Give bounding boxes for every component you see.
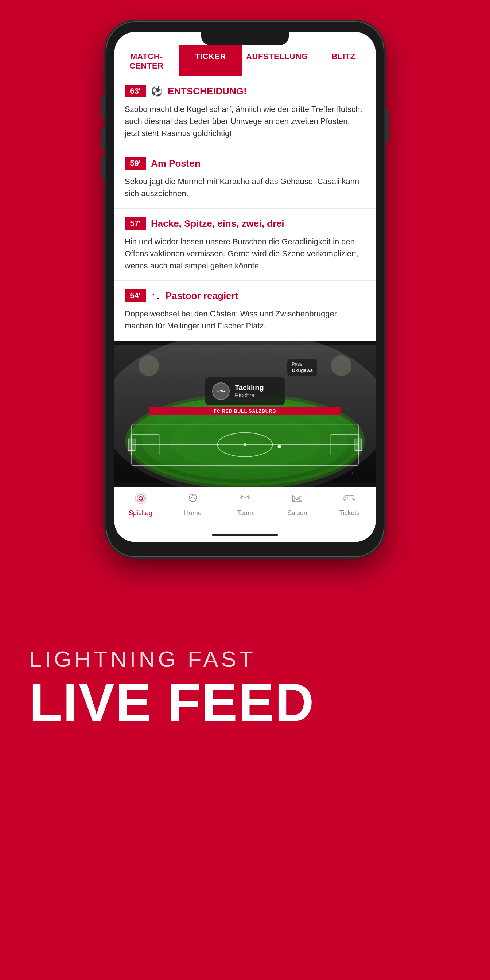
marketing-title: LIVE FEED — [29, 676, 461, 730]
ticker-body-59: Sekou jagt die Murmel mit Karacho auf da… — [125, 175, 365, 199]
ticket-icon — [343, 492, 355, 507]
svg-text:⌟: ⌟ — [135, 469, 138, 475]
svg-text:FC RED BULL SALZBURG: FC RED BULL SALZBURG — [214, 409, 276, 414]
ticker-content: 63' ⚽ ENTSCHEIDUNG! Szobo macht die Kuge… — [115, 76, 375, 542]
nav-tabs: MATCH-CENTER TICKER AUFSTELLUNG BLITZ — [115, 45, 375, 76]
svg-rect-32 — [300, 496, 302, 501]
ticker-body-63: Szobo macht die Kugel scharf, ähnlich wi… — [125, 103, 365, 139]
nav-item-team[interactable]: Team — [219, 492, 271, 517]
marketing-section: LIGHTNING FAST LIVE FEED — [0, 556, 490, 811]
action-player-label: Fischer — [235, 392, 264, 399]
nav-item-spieltag[interactable]: Spieltag — [115, 492, 167, 517]
ticker-title-54: Pastoor reagiert — [165, 290, 238, 302]
svg-point-19 — [331, 355, 352, 376]
phone-wrapper: MATCH-CENTER TICKER AUFSTELLUNG BLITZ 63… — [0, 0, 490, 556]
phone-screen: MATCH-CENTER TICKER AUFSTELLUNG BLITZ 63… — [115, 32, 375, 542]
team-badge: SCRA — [212, 382, 230, 400]
ticker-icon-63: ⚽ — [151, 86, 162, 97]
ticker-entry-57: 57' Hacke, Spitze, eins, zwei, drei Hin … — [115, 208, 375, 281]
stadium-visualization: FC RED BULL SALZBURG ⌞ ⌟ PassOkugawa — [115, 341, 375, 487]
nav-label-spieltag: Spieltag — [129, 509, 153, 517]
ticker-title-57: Hacke, Spitze, eins, zwei, drei — [151, 218, 285, 229]
tab-match-center[interactable]: MATCH-CENTER — [115, 45, 179, 76]
pass-overlay-label: PassOkugawa — [287, 359, 317, 376]
nav-item-saison[interactable]: Saison — [271, 492, 323, 517]
svg-point-23 — [139, 496, 143, 500]
svg-point-34 — [343, 497, 346, 500]
minute-badge-54: 54' — [125, 290, 146, 302]
nav-item-tickets[interactable]: Tickets — [323, 492, 375, 517]
ticker-header-54: 54' ↑↓ Pastoor reagiert — [125, 290, 365, 302]
nav-label-tickets: Tickets — [339, 509, 360, 517]
bottom-nav: Spieltag Home — [115, 487, 375, 526]
tab-aufstellung[interactable]: AUFSTELLUNG — [242, 45, 311, 76]
nav-label-saison: Saison — [287, 509, 307, 517]
minute-badge-59: 59' — [125, 157, 146, 170]
nav-item-home[interactable]: Home — [167, 492, 219, 517]
ticker-header-63: 63' ⚽ ENTSCHEIDUNG! — [125, 85, 365, 97]
phone-notch — [201, 32, 289, 45]
ticker-title-63: ENTSCHEIDUNG! — [168, 86, 247, 97]
svg-point-27 — [192, 495, 194, 496]
svg-point-35 — [353, 497, 355, 500]
phone-device: MATCH-CENTER TICKER AUFSTELLUNG BLITZ 63… — [107, 22, 383, 556]
pitch-svg: FC RED BULL SALZBURG ⌞ ⌟ — [115, 341, 375, 487]
svg-point-20 — [278, 445, 281, 448]
action-info: Tackling Fischer — [235, 383, 264, 399]
action-card: SCRA Tackling Fischer — [205, 377, 285, 405]
home-indicator — [212, 534, 278, 536]
ticker-body-57: Hin und wieder lassen unsere Burschen di… — [125, 235, 365, 272]
svg-point-18 — [138, 355, 159, 376]
shirt-icon — [239, 492, 251, 507]
tab-ticker[interactable]: TICKER — [179, 45, 243, 76]
ticker-header-59: 59' Am Posten — [125, 157, 365, 170]
ticker-entry-63: 63' ⚽ ENTSCHEIDUNG! Szobo macht die Kuge… — [115, 76, 375, 148]
svg-rect-31 — [293, 496, 294, 501]
svg-text:⌞: ⌞ — [352, 469, 354, 475]
marketing-subtitle: LIGHTNING FAST — [29, 646, 461, 672]
redbull-icon — [187, 492, 199, 507]
radio-icon — [135, 492, 147, 507]
minute-badge-57: 57' — [125, 217, 146, 230]
ticker-icon-54: ↑↓ — [151, 290, 161, 302]
action-type-label: Tackling — [235, 383, 264, 392]
svg-point-24 — [137, 495, 145, 502]
minute-badge-63: 63' — [125, 85, 146, 97]
tab-blitz[interactable]: BLITZ — [311, 45, 375, 76]
ticker-header-57: 57' Hacke, Spitze, eins, zwei, drei — [125, 217, 365, 230]
nav-label-home: Home — [184, 509, 202, 517]
ticker-body-54: Doppelwechsel bei den Gästen: Wiss und Z… — [125, 308, 365, 332]
ticker-entry-54: 54' ↑↓ Pastoor reagiert Doppelwechsel be… — [115, 281, 375, 341]
ticker-entry-59: 59' Am Posten Sekou jagt die Murmel mit … — [115, 148, 375, 208]
ticker-title-59: Am Posten — [151, 158, 200, 169]
pitch-icon — [291, 492, 303, 507]
nav-label-team: Team — [237, 509, 253, 517]
